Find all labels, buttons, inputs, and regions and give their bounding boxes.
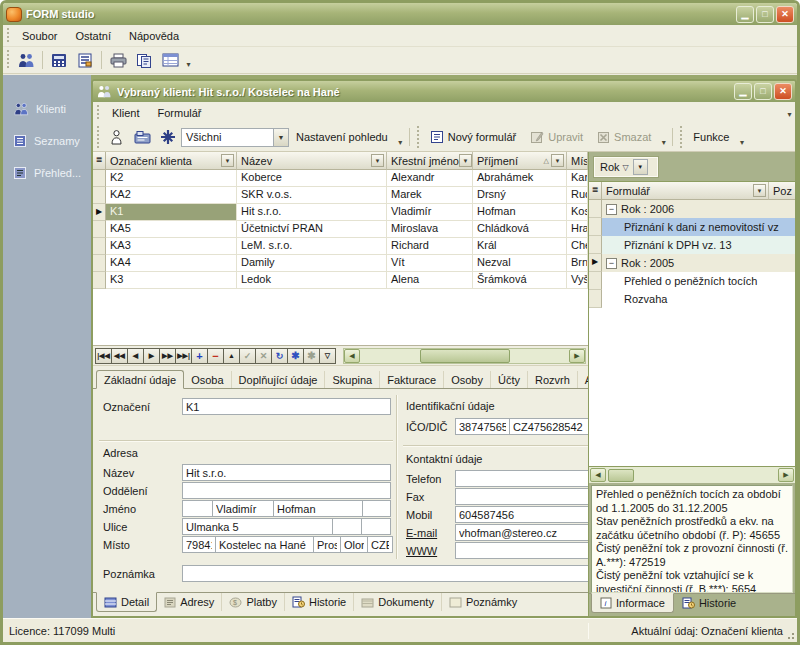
scroll-left-icon[interactable]: ◀ — [590, 468, 606, 482]
chevron-down-icon[interactable]: ▼ — [221, 154, 234, 167]
prior-record-button[interactable]: ◀ — [127, 348, 144, 364]
dic-field[interactable] — [509, 418, 588, 435]
prior-page-button[interactable]: ◀◀ — [111, 348, 128, 364]
delete-record-button[interactable]: − — [207, 348, 224, 364]
scroll-right-icon[interactable]: ▶ — [569, 349, 585, 363]
person-icon[interactable] — [104, 126, 128, 148]
tab-dokumenty[interactable]: Dokumenty — [354, 593, 442, 611]
email-link-label[interactable]: E-mail — [406, 527, 437, 539]
menu-grip[interactable] — [96, 105, 101, 120]
table-row[interactable]: KA4DamilyVítNezvalBrno — [93, 255, 588, 272]
client-maximize-button[interactable]: □ — [754, 83, 772, 100]
clients-icon[interactable] — [14, 49, 38, 71]
jmeno-last-field[interactable] — [273, 500, 363, 517]
toolbar-overflow-icon[interactable]: ▾ — [658, 133, 669, 151]
edit-record-button[interactable]: ▲ — [223, 348, 240, 364]
maximize-button[interactable]: □ — [756, 6, 774, 23]
first-record-button[interactable]: |◀◀ — [95, 348, 112, 364]
collapse-icon[interactable]: − — [606, 258, 617, 269]
collapse-icon[interactable]: − — [606, 204, 617, 215]
menu-klient[interactable]: Klient — [103, 104, 149, 122]
new-form-button[interactable]: Nový formulář — [423, 127, 523, 147]
column-header-krestni[interactable]: Křestní jméno▼ — [387, 152, 473, 170]
toolbar-grip[interactable] — [96, 126, 101, 148]
next-page-button[interactable]: ▶▶ — [159, 348, 176, 364]
table-row[interactable]: KA2SKR v.o.s.MarekDrsnýRudn — [93, 187, 588, 204]
scrollbar-thumb[interactable] — [420, 349, 510, 363]
title-bar[interactable]: FORM studio ▁ □ ✕ — [3, 3, 797, 25]
sidebar-item-prehled[interactable]: Přehled... — [3, 157, 91, 189]
tree-item-row-selected[interactable]: Přiznání k dani z nemovitostí vz — [589, 218, 795, 236]
fax-field[interactable] — [455, 488, 588, 505]
row-marker[interactable]: ▶ — [589, 254, 602, 272]
post-edit-button[interactable]: ✓ — [239, 348, 256, 364]
toolbar-overflow-icon[interactable]: ▾ — [395, 133, 406, 151]
misto-city-field[interactable] — [215, 536, 314, 553]
row-marker[interactable]: ▶ — [93, 204, 106, 221]
nazev-field[interactable] — [182, 464, 391, 481]
mobil-field[interactable] — [455, 506, 588, 523]
goto-bookmark-button[interactable]: ✱ — [303, 348, 320, 364]
refresh-button[interactable]: ↻ — [271, 348, 288, 364]
next-record-button[interactable]: ▶ — [143, 348, 160, 364]
delete-client-icon[interactable] — [156, 126, 180, 148]
chevron-down-icon[interactable]: ▼ — [273, 129, 288, 146]
tab-ucty[interactable]: Účty — [491, 371, 528, 388]
scroll-left-icon[interactable]: ◀ — [344, 349, 360, 363]
table-row[interactable]: KA5Účetnictví PRANMiroslavaChládkováHrad — [93, 221, 588, 238]
list-icon[interactable] — [158, 49, 182, 71]
poznamka-field[interactable] — [182, 565, 588, 582]
table-row-selected[interactable]: ▶K1Hit s.r.o.VladimírHofmanKost — [93, 204, 588, 221]
functions-button[interactable]: Funkce — [686, 128, 736, 146]
column-header-poznamka[interactable]: Poz — [769, 182, 795, 200]
tree-group-row[interactable]: ▶−Rok : 2005 — [589, 254, 795, 272]
tab-informace[interactable]: iInformace — [591, 593, 674, 613]
tab-detail[interactable]: Detail — [96, 592, 157, 612]
tree-group-row[interactable]: −Rok : 2006 — [589, 200, 795, 218]
scroll-right-icon[interactable]: ▶ — [778, 468, 794, 482]
ulice-field[interactable] — [182, 518, 333, 535]
filter-icon[interactable]: ▽ — [319, 348, 336, 364]
misto-kraj-field[interactable] — [340, 536, 368, 553]
tab-osoba[interactable]: Osoba — [184, 371, 231, 388]
column-header-prijmeni[interactable]: Příjmení△▼ — [473, 152, 567, 170]
tree-item-row[interactable]: Rozvaha — [589, 290, 795, 308]
tab-historie-panel[interactable]: Historie — [674, 594, 744, 612]
client-close-button[interactable]: ✕ — [774, 83, 792, 100]
jmeno-suffix-field[interactable] — [362, 500, 391, 517]
last-record-button[interactable]: ▶▶| — [175, 348, 192, 364]
grid-corner-button[interactable]: ≣ — [589, 182, 602, 200]
client-title-bar[interactable]: Vybraný klient: Hit s.r.o./ Kostelec na … — [93, 81, 795, 102]
menu-soubor[interactable]: Soubor — [13, 27, 66, 45]
scrollbar-thumb[interactable] — [608, 469, 634, 482]
oznaceni-field[interactable] — [182, 398, 391, 415]
tab-poznamky[interactable]: Poznámky — [442, 593, 524, 611]
copy-icon[interactable] — [132, 49, 156, 71]
grid-horizontal-scrollbar[interactable]: ◀ ▶ — [343, 348, 586, 364]
chevron-down-icon[interactable]: ▼ — [371, 154, 384, 167]
tab-doplnujici-udaje[interactable]: Doplňující údaje — [232, 371, 326, 388]
menu-grip[interactable] — [6, 28, 11, 43]
client-minimize-button[interactable]: ▁ — [734, 83, 752, 100]
column-header-misto[interactable]: Místo — [567, 152, 588, 170]
jmeno-first-field[interactable] — [212, 500, 274, 517]
minimize-button[interactable]: ▁ — [736, 6, 754, 23]
client-filter-combobox[interactable]: Všichni ▼ — [181, 128, 289, 147]
menu-formular[interactable]: Formulář — [149, 104, 211, 122]
toolbar-grip[interactable] — [416, 126, 421, 148]
view-settings-button[interactable]: Nastavení pohledu — [289, 128, 395, 146]
toolbar-grip[interactable] — [6, 50, 11, 70]
tab-fakturace[interactable]: Fakturace — [380, 371, 444, 388]
delete-form-button[interactable]: Smazat — [590, 128, 658, 147]
table-row[interactable]: K2KoberceAlexandrAbrahámekKarv — [93, 170, 588, 187]
jmeno-title-field[interactable] — [182, 500, 213, 517]
menu-ostatni[interactable]: Ostatní — [66, 27, 119, 45]
tab-zakladni-udaje[interactable]: Základní údaje — [96, 370, 184, 389]
misto-okres-field[interactable] — [313, 536, 341, 553]
toolbar-overflow-icon[interactable]: ▾ — [736, 133, 747, 151]
www-link-label[interactable]: WWW — [406, 545, 437, 557]
close-button[interactable]: ✕ — [776, 6, 794, 23]
ulice-extra1-field[interactable] — [332, 518, 362, 535]
forms-icon[interactable] — [73, 49, 97, 71]
chevron-down-icon[interactable]: ▼ — [753, 184, 766, 197]
